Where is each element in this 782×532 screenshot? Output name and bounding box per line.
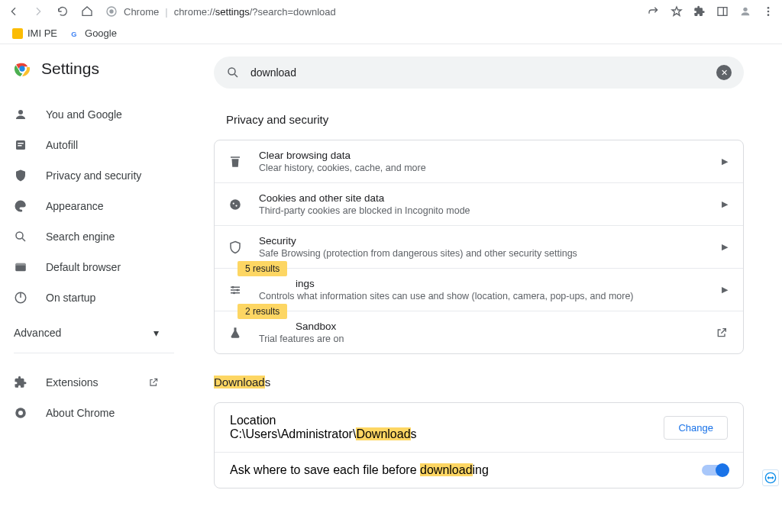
person-icon: [14, 108, 29, 121]
row-cookies[interactable]: Cookies and other site dataThird-party c…: [215, 182, 743, 225]
svg-rect-2: [718, 8, 727, 16]
chevron-right-icon: ▶: [722, 199, 728, 209]
sidepanel-icon[interactable]: [716, 5, 729, 18]
svg-point-17: [16, 232, 23, 239]
back-icon[interactable]: [8, 5, 20, 18]
svg-point-31: [237, 289, 239, 291]
shield-icon: [14, 169, 29, 182]
location-label: Location: [230, 414, 417, 427]
svg-line-18: [22, 238, 25, 241]
sidebar-item-you-google[interactable]: You and Google: [14, 99, 199, 130]
svg-line-26: [234, 74, 238, 77]
svg-rect-20: [15, 263, 26, 266]
sidebar-item-appearance[interactable]: Appearance: [14, 191, 199, 221]
sidebar-item-startup[interactable]: On startup: [14, 282, 199, 313]
sidebar-item-about[interactable]: About Chrome: [14, 398, 199, 428]
sidebar-item-extensions[interactable]: Extensions: [14, 367, 159, 398]
open-external-icon: [716, 327, 728, 339]
autofill-icon: [14, 138, 29, 152]
power-icon: [14, 291, 29, 305]
url-prefix: Chrome: [124, 6, 159, 18]
location-path: C:\Users\Administrator\Downloads: [230, 427, 417, 441]
svg-point-30: [232, 285, 234, 288]
svg-point-25: [228, 68, 235, 75]
svg-text:G: G: [71, 30, 76, 37]
advanced-toggle[interactable]: Advanced▾: [14, 327, 159, 339]
bookmark-bar: IMI PE G Google: [0, 23, 782, 44]
bookmark-google[interactable]: G Google: [69, 27, 117, 39]
share-icon[interactable]: [648, 5, 660, 18]
change-button[interactable]: Change: [664, 416, 728, 440]
extensions-icon[interactable]: [693, 5, 706, 18]
teamviewer-icon[interactable]: [762, 469, 779, 486]
svg-point-29: [235, 205, 237, 206]
row-clear-browsing[interactable]: Clear browsing dataClear history, cookie…: [215, 140, 743, 182]
star-icon[interactable]: [671, 5, 683, 18]
chevron-right-icon: ▶: [722, 242, 728, 252]
main-content: ✕ Privacy and security Clear browsing da…: [199, 44, 782, 532]
address-bar[interactable]: Chrome | chrome://settings/?search=downl…: [105, 5, 635, 18]
svg-point-6: [767, 11, 770, 13]
chevron-right-icon: ▶: [722, 285, 728, 295]
chrome-logo-icon: [14, 60, 31, 77]
sidebar-item-autofill[interactable]: Autofill: [14, 130, 199, 160]
page-title: Settings: [41, 60, 99, 78]
cookie-icon: [228, 198, 245, 211]
svg-rect-16: [18, 145, 21, 147]
trash-icon: [228, 155, 245, 169]
clear-search-button[interactable]: ✕: [716, 65, 732, 80]
row-ask-save: Ask where to save each file before downl…: [215, 452, 743, 488]
result-badge: 5 results: [238, 261, 287, 276]
svg-point-27: [230, 199, 241, 210]
search-icon: [226, 66, 240, 79]
svg-point-1: [109, 9, 113, 13]
puzzle-icon: [14, 376, 29, 389]
browser-icon: [14, 260, 29, 274]
menu-icon[interactable]: [762, 5, 774, 18]
section-heading-downloads: Downloads: [214, 376, 744, 389]
ask-save-label: Ask where to save each file before downl…: [230, 463, 489, 477]
ask-save-toggle[interactable]: [702, 465, 728, 476]
chevron-down-icon: ▾: [153, 327, 159, 339]
svg-rect-15: [18, 143, 24, 144]
home-icon[interactable]: [81, 5, 93, 18]
svg-point-5: [767, 7, 770, 9]
sidebar-item-default-browser[interactable]: Default browser: [14, 252, 199, 282]
sidebar-item-search[interactable]: Search engine: [14, 221, 199, 252]
open-external-icon: [148, 377, 159, 388]
svg-point-32: [233, 292, 235, 294]
svg-point-24: [18, 411, 23, 415]
svg-point-7: [767, 14, 770, 16]
profile-icon[interactable]: [739, 5, 751, 18]
row-download-location: Location C:\Users\Administrator\Download…: [215, 403, 743, 452]
chrome-page-icon: [105, 5, 118, 18]
sliders-icon: [228, 283, 245, 297]
row-security[interactable]: SecuritySafe Browsing (protection from d…: [215, 225, 743, 268]
privacy-card: Clear browsing dataClear history, cookie…: [214, 140, 744, 354]
result-badge: 2 results: [238, 304, 287, 319]
svg-point-4: [743, 8, 747, 11]
chrome-icon: [14, 406, 29, 420]
security-icon: [228, 240, 245, 254]
sidebar-item-privacy[interactable]: Privacy and security: [14, 160, 199, 191]
forward-icon[interactable]: [32, 5, 44, 18]
search-icon: [14, 230, 29, 243]
section-heading-privacy: Privacy and security: [226, 113, 744, 126]
search-input[interactable]: [250, 66, 706, 79]
downloads-card: Location C:\Users\Administrator\Download…: [214, 402, 744, 488]
sidebar: Settings You and Google Autofill Privacy…: [0, 44, 199, 532]
row-site-settings[interactable]: 5 results ingsControls what information …: [215, 268, 743, 311]
palette-icon: [14, 199, 29, 213]
flask-icon: [228, 326, 245, 340]
svg-point-13: [18, 110, 23, 114]
browser-toolbar: Chrome | chrome://settings/?search=downl…: [0, 0, 782, 23]
chevron-right-icon: ▶: [722, 156, 728, 166]
svg-point-28: [233, 202, 234, 204]
bookmark-imi[interactable]: IMI PE: [12, 27, 57, 39]
reload-icon[interactable]: [57, 5, 69, 18]
row-privacy-sandbox[interactable]: 2 results SandboxTrial features are on: [215, 311, 743, 353]
settings-search[interactable]: ✕: [214, 56, 744, 89]
